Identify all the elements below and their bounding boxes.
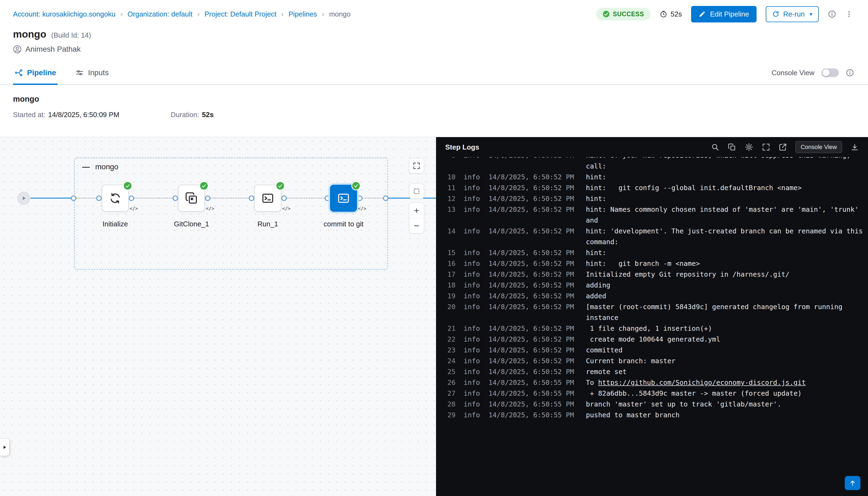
- duration-label: Duration:: [171, 111, 199, 119]
- rerun-button[interactable]: Re-run ▾: [766, 6, 819, 22]
- zoom-out-button[interactable]: −: [409, 218, 424, 233]
- log-timestamp: 14/8/2025, 6:50:52 PM: [489, 247, 578, 258]
- log-line-number: 12: [441, 193, 455, 204]
- console-view-toggle[interactable]: [821, 68, 839, 77]
- log-message: adding: [586, 280, 864, 291]
- log-row: 27 info 14/8/2025, 6:50:55 PM + 82a6dbb.…: [441, 388, 868, 399]
- log-message: Initialized empty Git repository in /har…: [586, 269, 864, 280]
- edit-pipeline-label: Edit Pipeline: [710, 10, 749, 18]
- breadcrumb-separator-icon: ›: [281, 10, 284, 18]
- connector-dot: [383, 196, 388, 201]
- expand-icon[interactable]: [762, 143, 770, 151]
- tab-pipeline[interactable]: Pipeline: [13, 61, 58, 84]
- tab-inputs[interactable]: Inputs: [74, 61, 110, 84]
- breadcrumb-separator-icon: ›: [197, 10, 200, 18]
- open-in-new-icon[interactable]: [779, 143, 787, 151]
- zoom-in-button[interactable]: +: [409, 203, 424, 218]
- log-level: info: [464, 204, 480, 215]
- info-icon[interactable]: [846, 69, 854, 77]
- log-message: + 82a6dbb...5843d9c master -> master (fo…: [586, 388, 864, 399]
- terminal-icon: [337, 192, 350, 205]
- breadcrumb-organization[interactable]: Organization: default: [127, 10, 192, 18]
- log-level: info: [464, 323, 480, 334]
- breadcrumb-pipelines[interactable]: Pipelines: [289, 10, 317, 18]
- console-view-button[interactable]: Console View: [795, 141, 842, 153]
- code-glyph: </>: [282, 206, 291, 211]
- log-row: 24 info 14/8/2025, 6:50:52 PM Current br…: [441, 356, 868, 367]
- log-timestamp: 14/8/2025, 6:50:52 PM: [489, 157, 578, 161]
- log-row: 19 info 14/8/2025, 6:50:52 PM added: [441, 291, 868, 301]
- canvas-fullscreen-button[interactable]: [409, 158, 424, 173]
- breadcrumb-project[interactable]: Project: Default Project: [204, 10, 276, 18]
- sliders-icon: [76, 69, 83, 77]
- log-timestamp: 14/8/2025, 6:50:52 PM: [489, 226, 578, 237]
- log-link[interactable]: https://github.com/Sonichigo/economy-dis…: [598, 378, 806, 386]
- log-timestamp: 14/8/2025, 6:50:55 PM: [489, 399, 578, 410]
- log-timestamp: 14/8/2025, 6:50:52 PM: [489, 280, 578, 291]
- code-glyph: </>: [358, 206, 366, 211]
- log-row: 21 info 14/8/2025, 6:50:52 PM 1 file cha…: [441, 323, 868, 334]
- step-label-commit-to-git: commit to git: [324, 220, 363, 228]
- started-at-label: Started at:: [13, 111, 45, 119]
- canvas-select-button[interactable]: [409, 184, 424, 199]
- tab-pipeline-label: Pipeline: [27, 68, 56, 77]
- log-timestamp: 14/8/2025, 6:50:55 PM: [489, 377, 578, 388]
- log-message: Current branch: master: [586, 356, 864, 367]
- log-timestamp: 14/8/2025, 6:50:52 PM: [489, 183, 578, 193]
- log-level: info: [464, 377, 480, 388]
- info-icon[interactable]: [828, 10, 836, 18]
- step-node-run[interactable]: </>: [254, 185, 281, 212]
- step-node-commit-to-git[interactable]: </>: [330, 185, 357, 212]
- log-line-number: 19: [441, 291, 455, 301]
- edit-pipeline-button[interactable]: Edit Pipeline: [691, 6, 757, 22]
- log-timestamp: 14/8/2025, 6:50:52 PM: [489, 301, 578, 312]
- success-check-icon: [603, 11, 610, 18]
- copy-icon[interactable]: [728, 143, 736, 151]
- log-row: 17 info 14/8/2025, 6:50:52 PM Initialize…: [441, 269, 868, 280]
- left-panel-expand-handle[interactable]: [0, 439, 9, 456]
- log-level: info: [464, 367, 480, 377]
- stage-collapse-icon[interactable]: —: [82, 162, 90, 171]
- log-timestamp: 14/8/2025, 6:50:52 PM: [489, 345, 578, 356]
- log-message: hint: 'development'. The just-created br…: [586, 226, 864, 247]
- step-logs-panel: Step Logs Console View: [436, 137, 868, 496]
- log-timestamp: 14/8/2025, 6:50:52 PM: [489, 291, 578, 301]
- pipeline-edge: [208, 198, 251, 199]
- log-line-number: 18: [441, 280, 455, 291]
- duration-value: 52s: [202, 111, 214, 119]
- pipeline-canvas[interactable]: — mongo: [0, 137, 436, 496]
- log-line-number: 20: [441, 301, 455, 312]
- title-row: mongo (Build Id: 14): [0, 28, 868, 40]
- pipeline-icon: [15, 69, 23, 77]
- step-node-gitclone[interactable]: </>: [178, 185, 205, 212]
- log-row: 16 info 14/8/2025, 6:50:52 PM hint: git …: [441, 258, 868, 269]
- log-row: 25 info 14/8/2025, 6:50:52 PM remote set: [441, 367, 868, 377]
- search-icon[interactable]: [711, 143, 719, 151]
- kebab-menu-icon[interactable]: [845, 10, 853, 18]
- author-row: Animesh Pathak: [0, 40, 868, 53]
- log-row: 10 info 14/8/2025, 6:50:52 PM hint:: [441, 172, 868, 183]
- stage-label: mongo: [95, 162, 119, 171]
- log-output[interactable]: 9 info 14/8/2025, 6:50:52 PM hint: of yo…: [436, 157, 868, 496]
- log-row: 26 info 14/8/2025, 6:50:55 PM To https:/…: [441, 377, 868, 388]
- sync-icon: [109, 192, 122, 205]
- pipeline-start-node[interactable]: [17, 191, 31, 205]
- gear-icon[interactable]: [745, 143, 753, 152]
- log-level: info: [464, 280, 480, 291]
- log-message: create mode 100644 generated.yml: [586, 334, 864, 345]
- step-node-initialize[interactable]: </>: [102, 185, 129, 212]
- avatar-icon: [13, 45, 22, 53]
- breadcrumb-account[interactable]: Account: kurosakiichigo.songoku: [13, 10, 115, 18]
- log-timestamp: 14/8/2025, 6:50:52 PM: [489, 269, 578, 280]
- log-line-number: 28: [441, 399, 455, 410]
- download-icon[interactable]: [851, 143, 859, 151]
- log-level: info: [464, 172, 480, 183]
- log-level: info: [464, 247, 480, 258]
- log-row: 12 info 14/8/2025, 6:50:52 PM hint:: [441, 193, 868, 204]
- log-row: 11 info 14/8/2025, 6:50:52 PM hint: git …: [441, 183, 868, 193]
- scroll-to-top-button[interactable]: [845, 476, 861, 490]
- step-label-initialize: Initialize: [103, 220, 128, 228]
- log-line-number: 25: [441, 367, 455, 377]
- log-row: 13 info 14/8/2025, 6:50:52 PM hint: Name…: [441, 204, 868, 226]
- pipeline-edge: [27, 198, 74, 199]
